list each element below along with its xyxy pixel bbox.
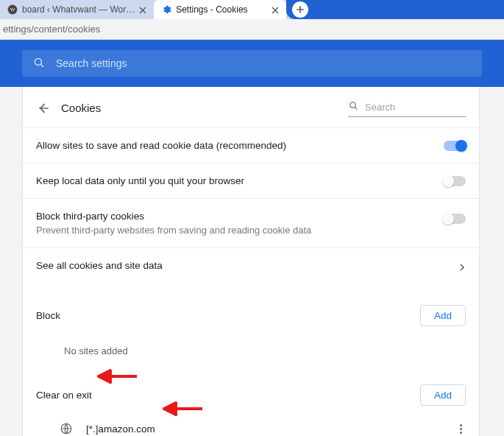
setting-label: See all cookies and site data <box>36 260 450 271</box>
setting-block-thirdparty: Block third-party cookies Prevent third-… <box>23 198 479 247</box>
section-clear-on-exit: Clear on exit Add <box>23 365 479 412</box>
page-header: Cookies <box>23 87 479 127</box>
setting-label: Block third-party cookies <box>36 211 435 222</box>
page-search-input[interactable] <box>365 102 489 113</box>
toggle-keep-local[interactable] <box>444 176 466 186</box>
add-block-button[interactable]: Add <box>420 305 466 326</box>
settings-header <box>0 40 504 87</box>
setting-label: Keep local data only until you quit your… <box>36 175 435 186</box>
wordpress-favicon: W <box>7 4 18 15</box>
setting-allow-cookies: Allow sites to save and read cookie data… <box>23 127 479 163</box>
search-settings-input[interactable] <box>56 57 472 69</box>
search-icon <box>348 100 359 113</box>
toggle-allow-cookies[interactable] <box>444 141 466 151</box>
toggle-block-thirdparty[interactable] <box>444 214 466 224</box>
settings-panel: Cookies Allow sites to save and read coo… <box>22 87 480 436</box>
site-actions-menu[interactable] <box>455 422 466 435</box>
chevron-right-icon <box>458 262 466 270</box>
setting-keep-local: Keep local data only until you quit your… <box>23 163 479 198</box>
address-bar-text: ettings/content/cookies <box>3 24 100 35</box>
search-icon <box>32 56 46 71</box>
back-arrow-icon[interactable] <box>36 101 51 116</box>
browser-tab-inactive[interactable]: W board ‹ Whatvwant — Wor… <box>0 0 154 19</box>
new-tab-button[interactable] <box>292 1 308 18</box>
tab-title: board ‹ Whatvwant — Wor… <box>22 4 135 15</box>
section-block: Block Add <box>23 283 479 332</box>
svg-point-2 <box>35 58 41 65</box>
setting-sublabel: Prevent third-party websites from saving… <box>36 225 435 236</box>
page-search[interactable] <box>348 99 466 117</box>
settings-gear-favicon <box>161 4 171 15</box>
tab-close-icon[interactable] <box>271 6 279 13</box>
section-title: Clear on exit <box>36 390 420 401</box>
tab-title: Settings - Cookies <box>176 4 267 15</box>
page-title: Cookies <box>61 102 101 114</box>
block-empty-text: No sites added <box>23 332 479 365</box>
svg-text:W: W <box>10 7 15 13</box>
tab-strip: W board ‹ Whatvwant — Wor… Settings - Co… <box>0 0 504 19</box>
setting-label: Allow sites to save and read cookie data… <box>36 140 435 151</box>
setting-see-all-cookies[interactable]: See all cookies and site data <box>23 247 479 283</box>
add-clear-on-exit-button[interactable]: Add <box>420 384 466 406</box>
section-title: Block <box>36 310 420 321</box>
tabstrip-overflow <box>286 0 504 19</box>
svg-point-3 <box>350 102 356 108</box>
address-bar[interactable]: ettings/content/cookies <box>0 19 504 40</box>
clear-on-exit-site-row: [*.]amazon.com <box>23 412 479 436</box>
globe-icon <box>60 422 73 435</box>
site-pattern: [*.]amazon.com <box>86 423 442 435</box>
search-settings-bar[interactable] <box>22 50 482 77</box>
browser-tab-active[interactable]: Settings - Cookies <box>154 0 286 19</box>
tab-close-icon[interactable] <box>139 6 146 13</box>
